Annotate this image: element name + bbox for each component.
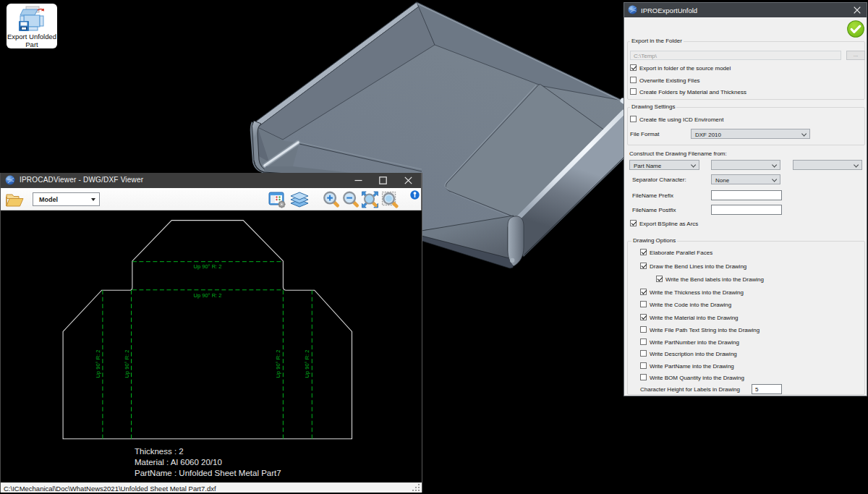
export-folder-path-field[interactable]: C:\Temp\ (630, 51, 841, 60)
viewer-title: IPROCADViewer - DWG/DXF Viewer (20, 176, 143, 184)
viewer-app-icon (5, 175, 15, 185)
chevron-down-icon (773, 164, 777, 167)
file-format-label: File Format (630, 131, 659, 137)
svg-text:Up 90° R: 2: Up 90° R: 2 (304, 350, 310, 378)
checkbox-create-folders[interactable] (630, 88, 637, 95)
checkbox-option-2[interactable] (656, 276, 663, 282)
panel-close-button[interactable] (848, 3, 867, 17)
close-button[interactable] (397, 173, 419, 188)
svg-text:Thickness : 2: Thickness : 2 (135, 447, 184, 456)
checkbox-overwrite-existing[interactable] (630, 77, 637, 83)
filename-part3-combobox[interactable] (793, 160, 862, 170)
panel-title: IPROExportUnfold (641, 7, 697, 14)
file-format-combobox[interactable]: DXF 2010 (691, 129, 810, 139)
checkbox-option-1[interactable] (640, 263, 647, 269)
drawing-settings-groupbox (627, 107, 865, 145)
dxf-viewer-window: IPROCADViewer - DWG/DXF Viewer Model (0, 173, 422, 493)
chevron-down-icon (802, 133, 807, 136)
viewer-toolbar: Model (1, 188, 421, 210)
chevron-down-icon (91, 198, 95, 201)
folder-group-label: Export in the Folder (630, 38, 684, 44)
launcher-label: Export Unfolded Part (7, 33, 57, 48)
confirm-button[interactable] (847, 20, 864, 38)
layers-icon[interactable] (289, 191, 310, 208)
prefix-input[interactable] (711, 190, 782, 200)
checkbox-option-7[interactable] (640, 338, 647, 345)
view-selector-value: Model (39, 196, 58, 203)
panel-app-icon (628, 5, 637, 14)
filename-part2-combobox[interactable] (711, 160, 780, 170)
resize-grip[interactable] (412, 484, 420, 492)
checkbox-option-8[interactable] (640, 350, 647, 357)
checkbox-option-6[interactable] (640, 326, 647, 333)
checkbox-icd-environment[interactable] (630, 116, 637, 122)
checkbox-option-5[interactable] (640, 314, 647, 320)
svg-text:Up 90° R: 2: Up 90° R: 2 (194, 292, 222, 299)
svg-text:Up 90° R: 2: Up 90° R: 2 (275, 350, 281, 378)
viewer-statusbar: C:\ICMechanical\Doc\WhatNews2021\Unfolde… (1, 482, 422, 493)
drawing-options-label: Drawing Options (631, 237, 677, 244)
construct-filename-label: Construct the Drawing Filename from: (629, 150, 727, 157)
export-unfolded-part-button[interactable]: Export Unfolded Part (7, 4, 57, 48)
postfix-input[interactable] (711, 205, 782, 215)
checkbox-option-3[interactable] (640, 289, 647, 295)
char-height-label: Character Height for Labels in Drawing (640, 386, 740, 393)
checkbox-option-4[interactable] (640, 301, 647, 307)
checkbox-option-10[interactable] (640, 374, 647, 380)
svg-text:PartName : Unfolded Sheet Meta: PartName : Unfolded Sheet Metal Part7 (135, 469, 281, 477)
zoom-window-icon[interactable] (381, 191, 399, 208)
part-front-corner (508, 216, 524, 266)
unfolded-outline (63, 221, 352, 439)
checkbox-bspline-arcs[interactable] (630, 220, 637, 226)
panel-titlebar[interactable]: IPROExportUnfold (624, 3, 867, 17)
export-unfold-panel: IPROExportUnfold Export in the Folder C:… (624, 2, 867, 396)
checkbox-option-9[interactable] (640, 362, 647, 369)
browse-folder-button[interactable]: ... (846, 51, 865, 60)
view-selector-combobox[interactable]: Model (33, 192, 100, 206)
bend-labels: Up 90° R: 2 Up 90° R: 2 Up 90° R: 2 Up 9… (95, 263, 310, 378)
postfix-label: FileName Postfix (632, 207, 676, 213)
dxf-canvas[interactable]: Up 90° R: 2 Up 90° R: 2 Up 90° R: 2 Up 9… (1, 210, 422, 482)
drawing-annotations: Thickness : 2 Material : Al 6060 20/10 P… (135, 447, 281, 477)
svg-text:Up 90° R: 2: Up 90° R: 2 (194, 263, 222, 270)
filename-part1-combobox[interactable]: Part Name (629, 160, 699, 170)
char-height-input[interactable]: 5 (752, 384, 782, 394)
viewer-titlebar[interactable]: IPROCADViewer - DWG/DXF Viewer (1, 173, 421, 188)
svg-text:Up 90° R: 2: Up 90° R: 2 (95, 350, 101, 378)
zoom-in-icon[interactable] (323, 191, 341, 208)
export-unfolded-part-icon (17, 5, 49, 34)
chevron-down-icon (854, 164, 859, 167)
separator-label: Separator Character: (632, 176, 686, 183)
status-file-path: C:\ICMechanical\Doc\WhatNews2021\Unfolde… (4, 485, 216, 493)
minimize-button[interactable] (347, 173, 369, 188)
separator-combobox[interactable]: None (711, 174, 780, 184)
unfolded-drawing: Up 90° R: 2 Up 90° R: 2 Up 90° R: 2 Up 9… (1, 210, 422, 482)
report-settings-icon[interactable] (268, 191, 286, 208)
checkbox-option-0[interactable] (640, 249, 647, 255)
maximize-button[interactable] (372, 173, 393, 188)
drawing-settings-label: Drawing Settings (630, 103, 676, 110)
svg-text:Up 90° R: 2: Up 90° R: 2 (124, 350, 130, 378)
zoom-out-icon[interactable] (342, 191, 360, 208)
info-icon[interactable] (410, 190, 420, 200)
zoom-extents-icon[interactable] (361, 191, 379, 208)
chevron-down-icon (773, 179, 777, 182)
close-icon (854, 7, 861, 14)
open-folder-icon[interactable] (5, 191, 25, 208)
checkbox-export-source-model[interactable] (630, 64, 637, 71)
prefix-label: FileName Prefix (632, 192, 673, 199)
chevron-down-icon (692, 164, 696, 167)
svg-text:Material : Al 6060 20/10: Material : Al 6060 20/10 (135, 458, 222, 467)
